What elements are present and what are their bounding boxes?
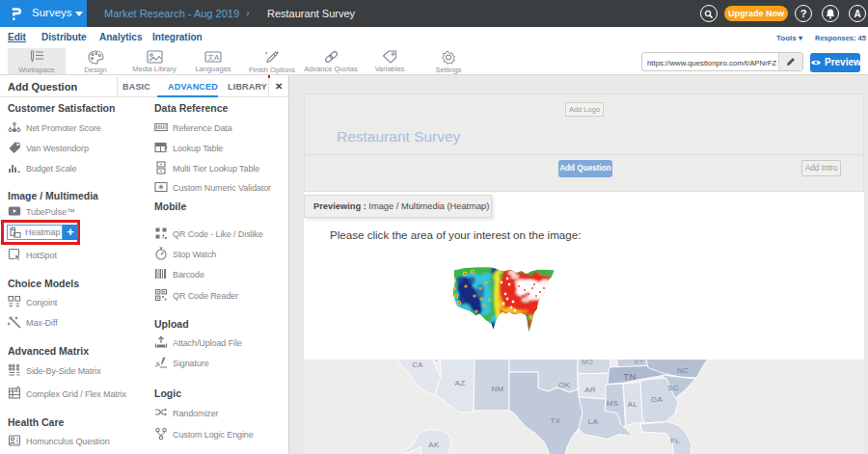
- svg-text:MS: MS: [607, 399, 619, 408]
- svg-text:AZ: AZ: [455, 379, 466, 387]
- svg-text:NM: NM: [491, 385, 503, 393]
- svg-text:OK: OK: [558, 381, 571, 389]
- svg-text:AR: AR: [584, 386, 596, 394]
- svg-text:KY: KY: [635, 360, 644, 365]
- svg-text:文: 文: [207, 53, 214, 61]
- svg-text:NC: NC: [677, 366, 689, 375]
- svg-text:CA: CA: [412, 361, 422, 369]
- svg-text:A: A: [214, 53, 220, 62]
- svg-text:MO: MO: [582, 360, 593, 365]
- svg-text:FL: FL: [670, 437, 680, 445]
- svg-text:AL: AL: [628, 400, 638, 409]
- svg-text:TX: TX: [551, 416, 561, 425]
- svg-text:GA: GA: [651, 395, 664, 404]
- svg-text:AK: AK: [428, 441, 440, 449]
- svg-text:LA: LA: [588, 417, 599, 426]
- svg-text:SC: SC: [667, 384, 679, 392]
- svg-text:TN: TN: [623, 371, 636, 382]
